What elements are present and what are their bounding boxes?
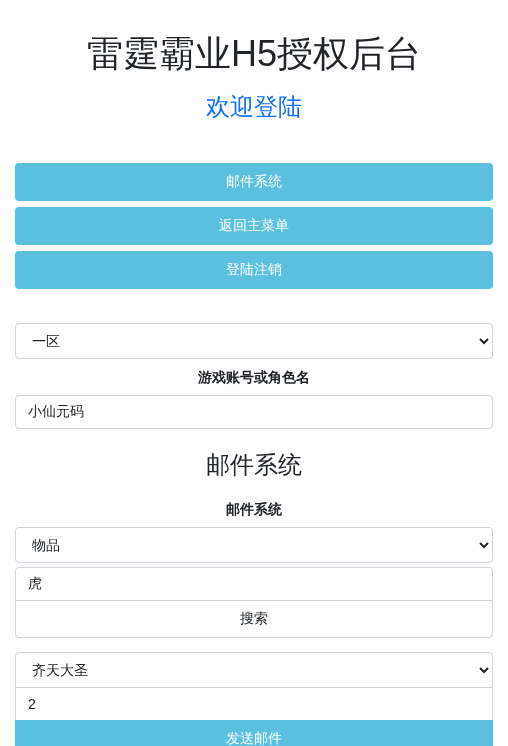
quantity-input[interactable] <box>15 687 493 721</box>
welcome-subtitle: 欢迎登陆 <box>15 91 493 123</box>
mail-heading: 邮件系统 <box>15 449 493 481</box>
search-button[interactable]: 搜索 <box>15 600 493 638</box>
mail-label: 邮件系统 <box>15 501 493 519</box>
item-select[interactable]: 齐天大圣 <box>15 652 493 688</box>
logout-button[interactable]: 登陆注销 <box>15 251 493 289</box>
search-input[interactable] <box>15 567 493 601</box>
mail-system-button[interactable]: 邮件系统 <box>15 163 493 201</box>
zone-select[interactable]: 一区 <box>15 323 493 359</box>
account-label: 游戏账号或角色名 <box>15 369 493 387</box>
page-title: 雷霆霸业H5授权后台 <box>15 30 493 79</box>
send-mail-button[interactable]: 发送邮件 <box>15 720 493 746</box>
back-main-button[interactable]: 返回主菜单 <box>15 207 493 245</box>
account-input[interactable] <box>15 395 493 429</box>
mail-type-select[interactable]: 物品 <box>15 527 493 563</box>
